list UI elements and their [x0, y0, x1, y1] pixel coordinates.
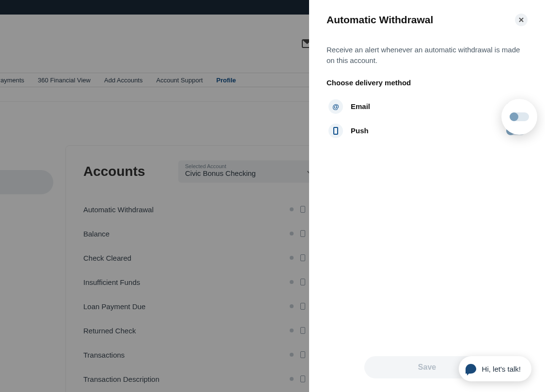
method-row-email: @ Email: [327, 94, 528, 119]
close-button[interactable]: [515, 14, 528, 26]
side-panel: Automatic Withdrawal Receive an alert wh…: [309, 0, 545, 392]
chat-widget[interactable]: Hi, let's talk!: [459, 356, 531, 381]
highlight-ring: [501, 99, 537, 135]
phone-icon: [328, 124, 343, 138]
at-icon: @: [328, 99, 343, 114]
panel-description: Receive an alert whenever an automatic w…: [327, 45, 528, 66]
panel-title: Automatic Withdrawal: [327, 14, 433, 26]
chat-label: Hi, let's talk!: [482, 365, 521, 373]
chat-bubble-icon: [466, 364, 476, 374]
panel-subheading: Choose delivery method: [327, 78, 528, 87]
method-row-push: Push: [327, 119, 528, 143]
toggle-push[interactable]: [510, 112, 529, 121]
close-icon: [519, 17, 524, 22]
method-label-email: Email: [351, 102, 370, 110]
method-label-push: Push: [351, 126, 369, 135]
